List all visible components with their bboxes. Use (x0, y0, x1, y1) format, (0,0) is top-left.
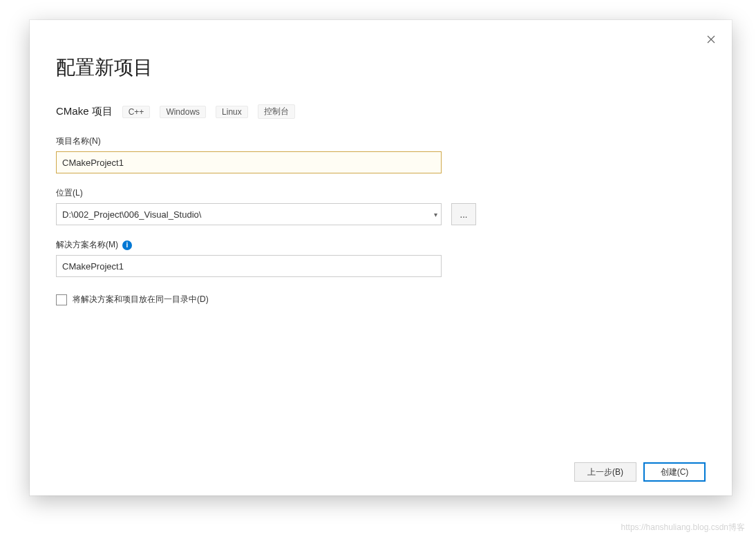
project-type-row: CMake 项目 C++ Windows Linux 控制台 (56, 104, 706, 119)
tag-console: 控制台 (258, 104, 295, 119)
location-dropdown[interactable]: ▾ (56, 203, 442, 225)
page-title: 配置新项目 (56, 55, 706, 81)
solution-name-input[interactable] (56, 255, 442, 277)
info-icon[interactable]: i (122, 240, 132, 250)
location-group: 位置(L) ▾ ... (56, 187, 706, 225)
browse-button[interactable]: ... (451, 203, 476, 225)
create-button[interactable]: 创建(C) (643, 462, 706, 482)
close-icon (707, 35, 715, 44)
project-name-group: 项目名称(N) (56, 135, 706, 173)
dialog-footer: 上一步(B) 创建(C) (56, 448, 706, 482)
project-name-input[interactable] (56, 151, 442, 173)
same-directory-label: 将解决方案和项目放在同一目录中(D) (73, 294, 209, 305)
tag-linux: Linux (216, 106, 248, 118)
solution-name-label: 解决方案名称(M) i (56, 239, 706, 251)
same-directory-row: 将解决方案和项目放在同一目录中(D) (56, 294, 706, 305)
project-type-label: CMake 项目 (56, 105, 113, 118)
solution-name-group: 解决方案名称(M) i (56, 239, 706, 277)
close-button[interactable] (703, 31, 719, 48)
watermark-text: https://hanshuliang.blog.csdn博客 (621, 522, 745, 533)
project-name-label: 项目名称(N) (56, 135, 706, 147)
configure-project-dialog: 配置新项目 CMake 项目 C++ Windows Linux 控制台 项目名… (30, 20, 732, 495)
tag-windows: Windows (160, 106, 206, 118)
location-input[interactable] (56, 203, 442, 225)
back-button[interactable]: 上一步(B) (574, 462, 636, 482)
same-directory-checkbox[interactable] (56, 294, 67, 305)
location-label: 位置(L) (56, 187, 706, 199)
tag-cpp: C++ (122, 106, 151, 118)
solution-name-label-text: 解决方案名称(M) (56, 239, 118, 251)
